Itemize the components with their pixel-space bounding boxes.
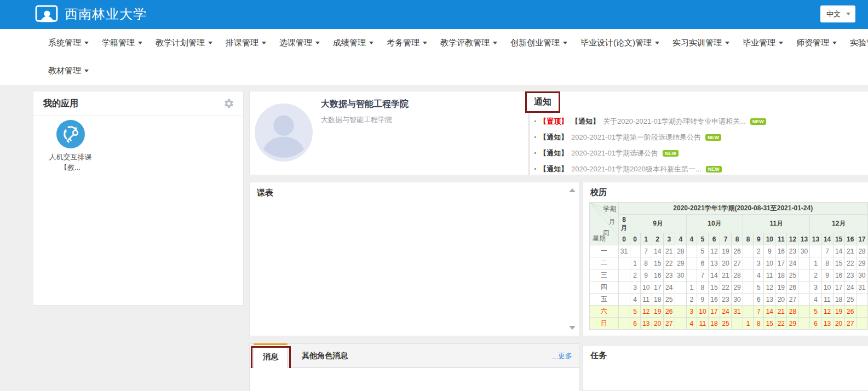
nav-item-成绩管理[interactable]: 成绩管理 [333, 38, 373, 48]
more-link[interactable]: ... 更多 [552, 344, 572, 368]
calendar-day-cell: 10 [764, 257, 775, 269]
notice-panel: 通知 【置顶】【通知】关于2020-2021-01学期办理转专业申请相关...N… [530, 91, 868, 175]
app-tile-scheduling[interactable]: 人机交互排课 【教... [42, 120, 99, 173]
calendar-day-cell: 3 [686, 306, 697, 318]
calendar-day-cell: 14 [708, 269, 720, 281]
nav-item-学籍管理[interactable]: 学籍管理 [102, 38, 142, 48]
calendar-day-cell: 5 [754, 281, 764, 294]
sync-key-icon [56, 120, 85, 148]
calendar-week-number: 1 [640, 233, 652, 245]
nav-item-教材管理[interactable]: 教材管理 [48, 66, 89, 76]
calendar-day-cell: 30 [798, 245, 810, 257]
calendar-weekday-row: 日61320274111825181522296132027 [590, 318, 868, 330]
nav-item-毕业设计(论文)管理[interactable]: 毕业设计(论文)管理 [580, 38, 659, 48]
calendar-day-cell: 6 [810, 318, 821, 330]
nav-item-教学计划管理[interactable]: 教学计划管理 [156, 38, 212, 48]
calendar-day-cell: 4 [630, 294, 640, 306]
calendar-day-cell: 23 [844, 269, 856, 281]
scroll-up-icon[interactable] [569, 188, 576, 192]
calendar-day-cell [630, 245, 640, 257]
calendar-day-cell: 24 [720, 306, 732, 318]
calendar-day-cell [856, 306, 867, 318]
notice-link[interactable]: 2020-2021-01学期第一阶段选课结果公告 [571, 133, 701, 142]
calendar-week-number: 0 [618, 233, 630, 245]
notice-link[interactable]: 2020-2021-01学期2020级本科新生第一... [571, 164, 702, 174]
nav-item-label: 教学计划管理 [156, 38, 205, 48]
calendar-day-cell: 8 [754, 318, 764, 330]
notice-tag-label: 【通知】 [539, 164, 568, 174]
calendar-semester-title: 2020-2021学年1学期(2020-08-31至2021-01-24) [618, 203, 868, 215]
calendar-day-cell [675, 281, 686, 294]
calendar-day-cell: 25 [663, 294, 675, 306]
calendar-day-cell: 29 [856, 257, 867, 269]
calendar-day-cell: 16 [775, 245, 787, 257]
calendar-day-cell: 13 [764, 294, 775, 306]
calendar-day-cell [675, 318, 686, 330]
nav-item-师资管理[interactable]: 师资管理 [796, 38, 837, 48]
calendar-day-cell: 25 [787, 269, 798, 281]
notice-link[interactable]: 关于2020-2021-01学期办理转专业申请相关... [603, 117, 746, 127]
chevron-down-icon [84, 70, 89, 72]
calendar-day-cell: 14 [764, 306, 775, 318]
nav-item-label: 毕业管理 [743, 38, 775, 48]
calendar-day-cell: 16 [833, 269, 844, 281]
calendar-day-cell: 24 [844, 281, 856, 294]
notice-item: 【通知】2020-2021-01学期2020级本科新生第一...NEW [530, 161, 868, 177]
nav-item-选课管理[interactable]: 选课管理 [279, 38, 320, 48]
corner-label-weekday: 星期 [593, 234, 606, 243]
calendar-day-cell: 29 [732, 281, 743, 294]
nav-item-毕业管理[interactable]: 毕业管理 [743, 38, 783, 48]
nav-item-教学评教管理[interactable]: 教学评教管理 [440, 38, 497, 48]
calendar-day-cell [618, 269, 630, 281]
nav-item-考务管理[interactable]: 考务管理 [387, 38, 427, 48]
nav-item-label: 考务管理 [387, 38, 419, 48]
calendar-day-cell: 20 [720, 257, 732, 269]
nav-item-实习实训管理[interactable]: 实习实训管理 [672, 38, 729, 48]
school-calendar-panel: 校历 学期月周星期2020-2021学年1学期(2020-08-31至2021-… [582, 182, 868, 336]
calendar-weekday-row: 六512192631017243171421285121926 [590, 306, 868, 318]
gear-icon[interactable] [223, 98, 234, 109]
calendar-day-label: 六 [590, 306, 619, 318]
calendar-day-cell [686, 245, 697, 257]
calendar-day-label: 一 [590, 245, 619, 257]
calendar-day-cell: 29 [787, 318, 798, 330]
calendar-day-cell: 1 [630, 257, 640, 269]
tab-messages-label: 消息 [263, 352, 278, 362]
nav-item-创新创业管理[interactable]: 创新创业管理 [510, 38, 567, 48]
calendar-day-cell [798, 257, 810, 269]
calendar-day-cell: 3 [810, 281, 821, 294]
calendar-day-cell [675, 294, 686, 306]
calendar-day-cell: 2 [810, 269, 821, 281]
tab-messages[interactable]: 消息 [254, 343, 288, 369]
calendar-day-cell: 31 [856, 281, 867, 294]
calendar-day-cell: 9 [821, 269, 833, 281]
calendar-week-number: 2 [652, 233, 663, 245]
calendar-day-cell [618, 257, 630, 269]
calendar-day-cell [743, 281, 754, 294]
calendar-week-number: 8 [732, 233, 743, 245]
profile-panel: 大数据与智能工程学院 大数据与智能工程学院 [249, 91, 528, 175]
calendar-day-cell: 30 [856, 269, 867, 281]
calendar-week-number: 3 [663, 233, 675, 245]
calendar-day-cell: 17 [652, 281, 663, 294]
calendar-day-cell: 7 [640, 245, 652, 257]
calendar-day-cell: 3 [754, 257, 764, 269]
scroll-down-icon[interactable] [569, 326, 576, 330]
nav-item-实验管理[interactable]: 实验管理 [850, 38, 868, 48]
notice-link[interactable]: 2020-2021-01学期选课公告 [571, 148, 658, 158]
nav-item-label: 毕业设计(论文)管理 [580, 38, 652, 48]
language-selector[interactable]: 中文 [820, 5, 855, 22]
calendar-day-cell: 17 [775, 257, 787, 269]
calendar-day-cell: 15 [652, 257, 663, 269]
nav-item-label: 师资管理 [796, 38, 829, 48]
nav-item-系统管理[interactable]: 系统管理 [48, 38, 89, 48]
calendar-day-cell [743, 257, 754, 269]
calendar-day-cell: 26 [663, 306, 675, 318]
notice-tag-label: 【通知】 [571, 117, 600, 127]
nav-row-1: 系统管理学籍管理教学计划管理排课管理选课管理成绩管理考务管理教学评教管理创新创业… [0, 29, 868, 57]
calendar-day-cell: 11 [697, 318, 708, 330]
university-title: 西南林业大学 [65, 5, 147, 23]
nav-item-排课管理[interactable]: 排课管理 [226, 38, 266, 48]
tab-other-role-messages[interactable]: 其他角色消息 [296, 344, 353, 368]
calendar-day-cell: 18 [708, 318, 720, 330]
